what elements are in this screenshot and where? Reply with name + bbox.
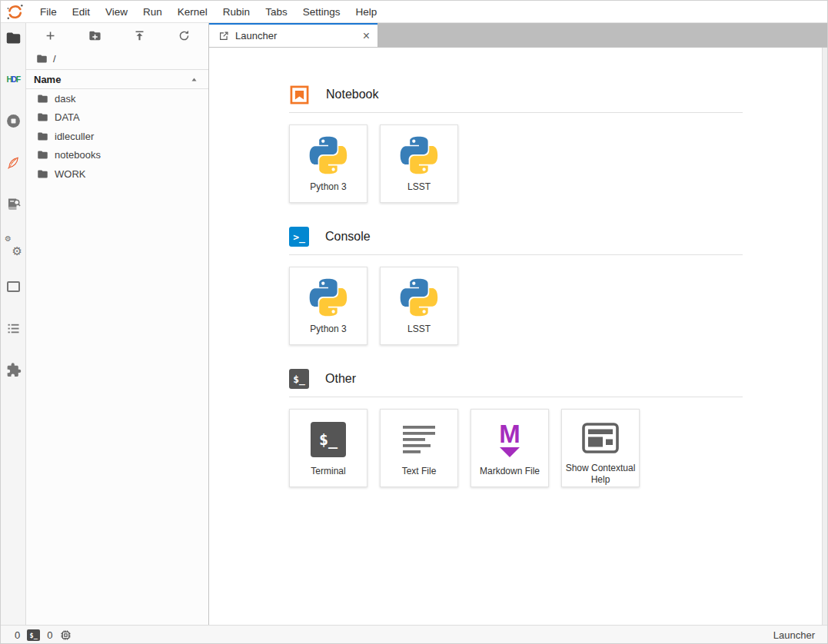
section-divider xyxy=(289,397,743,397)
card-notebook-python3[interactable]: Python 3 xyxy=(289,124,367,203)
close-tab-icon[interactable]: × xyxy=(363,30,370,42)
sidebar-item-open-tabs[interactable] xyxy=(3,276,23,297)
folder-row-idleculler[interactable]: idleculler xyxy=(26,127,208,146)
name-column-label: Name xyxy=(34,74,61,85)
card-console-python3[interactable]: Python 3 xyxy=(289,267,367,345)
left-activity-bar: HDF ⚙⚙ xyxy=(1,23,26,625)
sidebar-item-table-of-contents[interactable] xyxy=(3,317,23,339)
menu-file[interactable]: File xyxy=(32,6,65,18)
card-label: Markdown File xyxy=(477,466,542,478)
sidebar-item-firefly[interactable] xyxy=(3,151,23,173)
folder-name: dask xyxy=(55,93,75,105)
menu-settings[interactable]: Settings xyxy=(295,6,348,18)
stop-circle-icon xyxy=(5,113,22,129)
terminal-icon: $_ xyxy=(289,369,309,389)
menu-help[interactable]: Help xyxy=(347,6,384,18)
kernel-count: 0 xyxy=(47,629,52,641)
launcher-panel: Notebook Python 3 LSST xyxy=(209,47,827,625)
terminal-icon: $_ xyxy=(308,420,348,460)
new-launcher-button[interactable] xyxy=(43,29,57,43)
folder-name: idleculler xyxy=(55,131,94,142)
status-bar: 0 $_ 0 Launcher xyxy=(1,625,827,644)
card-row: $_ Terminal Text File M xyxy=(289,409,743,487)
contextual-help-icon xyxy=(580,420,620,456)
home-folder-icon[interactable] xyxy=(36,53,48,65)
folder-icon xyxy=(37,149,48,161)
sidebar-item-hdf5-viewer[interactable]: HDF xyxy=(3,68,23,90)
card-row: Python 3 LSST xyxy=(289,124,743,203)
card-show-contextual-help[interactable]: Show Contextual Help xyxy=(561,409,640,487)
right-edge-gutter xyxy=(822,48,827,625)
firefly-leaf-icon xyxy=(5,154,22,171)
card-console-lsst[interactable]: LSST xyxy=(380,267,458,345)
card-label: LSST xyxy=(405,324,433,336)
card-label: Terminal xyxy=(308,466,347,478)
section-title: Other xyxy=(325,372,356,386)
new-folder-button[interactable] xyxy=(88,29,101,43)
card-terminal[interactable]: $_ Terminal xyxy=(289,409,367,487)
puzzle-icon xyxy=(5,362,22,378)
sidebar-item-running-sessions[interactable] xyxy=(3,110,23,131)
folder-row-notebooks[interactable]: notebooks xyxy=(26,146,208,165)
card-label: Show Contextual Help xyxy=(562,463,639,486)
tab-label: Launcher xyxy=(235,30,357,41)
markdown-icon: M xyxy=(490,420,530,460)
sidebar-item-file-browser[interactable] xyxy=(3,27,23,48)
launcher-section-other: $_ Other $_ Terminal Text File xyxy=(289,368,743,487)
section-header: Notebook xyxy=(289,84,743,105)
file-browser-toolbar xyxy=(26,23,208,48)
menu-edit[interactable]: Edit xyxy=(65,6,98,18)
upload-button[interactable] xyxy=(133,29,147,43)
folder-row-data[interactable]: DATA xyxy=(26,108,208,128)
running-sessions-status[interactable]: 0 $_ 0 xyxy=(15,629,72,642)
workspace-body: HDF ⚙⚙ xyxy=(1,23,827,625)
terminal-icon: $_ xyxy=(27,629,40,641)
menu-kernel[interactable]: Kernel xyxy=(170,6,215,18)
card-label: Text File xyxy=(400,466,439,478)
sort-ascending-icon[interactable] xyxy=(190,75,198,84)
menu-view[interactable]: View xyxy=(98,6,135,18)
sidebar-item-property-inspector[interactable]: ⚙⚙ xyxy=(3,234,23,256)
folder-name: DATA xyxy=(55,111,80,123)
gears-icon: ⚙⚙ xyxy=(5,237,22,254)
sidebar-item-extension-manager[interactable] xyxy=(3,359,23,380)
rubin-logo-icon xyxy=(6,3,24,21)
card-row: Python 3 LSST xyxy=(289,267,743,345)
window-icon xyxy=(7,281,20,292)
current-activity-label: Launcher xyxy=(773,629,815,641)
folder-icon xyxy=(37,93,48,105)
menu-bar: File Edit View Run Kernel Rubin Tabs Set… xyxy=(1,1,827,23)
name-column-header[interactable]: Name xyxy=(26,69,208,89)
folder-icon xyxy=(37,111,48,123)
card-notebook-lsst[interactable]: LSST xyxy=(380,124,458,203)
section-header: >_ Console xyxy=(289,226,743,247)
upload-icon xyxy=(133,29,146,42)
python-logo-icon xyxy=(399,277,439,317)
python-logo-icon xyxy=(308,277,348,317)
section-title: Notebook xyxy=(326,88,379,101)
hdf5-icon: HDF xyxy=(6,75,19,84)
tab-bar: Launcher × xyxy=(209,23,827,47)
tab-launcher[interactable]: Launcher × xyxy=(209,23,377,47)
section-header: $_ Other xyxy=(289,368,743,390)
launcher-section-notebook: Notebook Python 3 LSST xyxy=(289,84,743,203)
refresh-button[interactable] xyxy=(178,29,191,43)
card-markdown-file[interactable]: M Markdown File xyxy=(471,409,549,487)
sidebar-item-notebook-inspector[interactable] xyxy=(3,193,23,214)
kernel-chip-icon xyxy=(59,629,72,642)
card-label: Python 3 xyxy=(308,324,348,336)
file-browser-panel: / Name dask DATA idleculler xyxy=(26,23,208,625)
new-folder-icon xyxy=(88,29,101,42)
card-label: Python 3 xyxy=(308,181,348,194)
jupyterlab-window: File Edit View Run Kernel Rubin Tabs Set… xyxy=(0,0,828,644)
launcher-section-console: >_ Console Python 3 LSST xyxy=(289,226,743,345)
card-label: LSST xyxy=(405,181,433,194)
folder-row-work[interactable]: WORK xyxy=(26,164,208,184)
card-text-file[interactable]: Text File xyxy=(380,409,458,487)
breadcrumb-root[interactable]: / xyxy=(53,53,56,65)
folder-row-dask[interactable]: dask xyxy=(26,89,208,108)
menu-run[interactable]: Run xyxy=(135,6,170,18)
menu-rubin[interactable]: Rubin xyxy=(215,6,258,18)
section-divider xyxy=(289,254,743,255)
menu-tabs[interactable]: Tabs xyxy=(258,6,295,18)
